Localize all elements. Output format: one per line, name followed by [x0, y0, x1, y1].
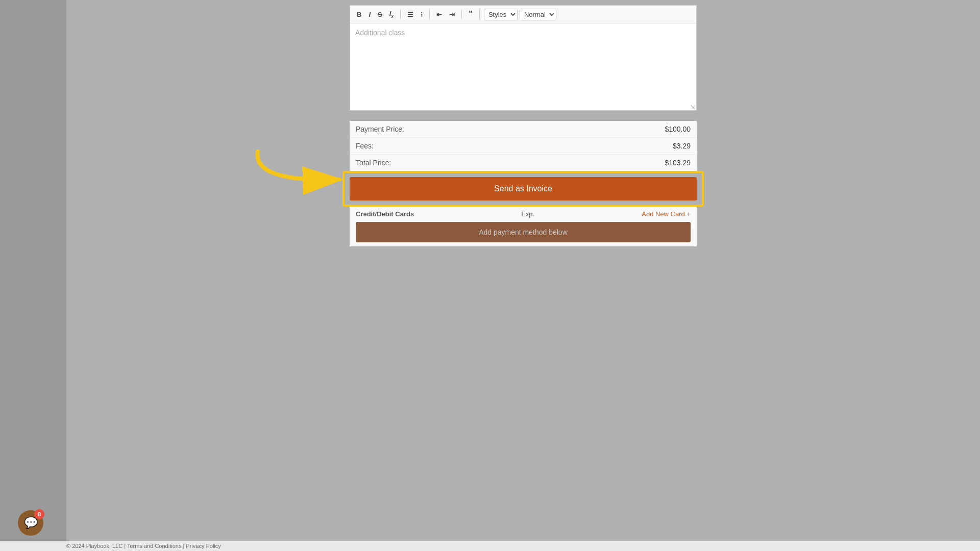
normal-select[interactable]: Normal	[520, 9, 556, 20]
fees-value: $3.29	[673, 142, 691, 150]
footer-text: © 2024 Playbook, LLC | Terms and Conditi…	[66, 543, 221, 549]
payment-price-value: $100.00	[665, 125, 691, 133]
resize-handle[interactable]: ⇲	[690, 104, 695, 109]
indent-right-button[interactable]: ⇥	[447, 9, 457, 20]
editor-body[interactable]: Additional class ⇲	[350, 23, 696, 110]
indent-left-button[interactable]: ⇤	[434, 9, 445, 20]
content-panel: B I S Ix ☰ ⁝ ⇤ ⇥ " Styles Normal	[350, 5, 697, 541]
total-price-value: $103.29	[665, 159, 691, 167]
sidebar	[0, 0, 66, 551]
add-new-card-link[interactable]: Add New Card +	[642, 210, 691, 218]
send-invoice-button[interactable]: Send as Invoice	[350, 177, 697, 201]
italic-button[interactable]: I	[366, 9, 373, 20]
toolbar-divider-2	[429, 10, 430, 19]
toolbar-divider-4	[479, 10, 480, 19]
chat-badge: 8	[34, 509, 44, 519]
editor-placeholder: Additional class	[355, 29, 405, 37]
blockquote-button[interactable]: "	[466, 8, 475, 20]
card-header: Credit/Debit Cards Exp. Add New Card +	[356, 210, 691, 218]
chat-widget[interactable]: 💬 8	[18, 510, 43, 536]
fees-label: Fees:	[356, 142, 374, 150]
payment-price-row: Payment Price: $100.00	[350, 121, 697, 138]
payment-price-label: Payment Price:	[356, 125, 404, 133]
fees-row: Fees: $3.29	[350, 138, 697, 155]
styles-select[interactable]: Styles	[484, 9, 518, 20]
editor-container: B I S Ix ☰ ⁝ ⇤ ⇥ " Styles Normal	[350, 5, 697, 111]
ordered-list-button[interactable]: ☰	[405, 9, 416, 20]
invoice-button-area: Send as Invoice	[350, 172, 697, 206]
toolbar-divider-3	[461, 10, 462, 19]
toolbar-divider-1	[400, 10, 401, 19]
strikethrough-button[interactable]: S	[375, 9, 385, 20]
payment-info: Payment Price: $100.00 Fees: $3.29 Total…	[350, 121, 697, 171]
italic-x-button[interactable]: Ix	[387, 8, 397, 20]
editor-toolbar: B I S Ix ☰ ⁝ ⇤ ⇥ " Styles Normal	[350, 6, 696, 23]
chat-icon: 💬	[24, 516, 38, 530]
footer: © 2024 Playbook, LLC | Terms and Conditi…	[0, 541, 980, 551]
card-section: Credit/Debit Cards Exp. Add New Card + A…	[350, 206, 697, 246]
total-price-label: Total Price:	[356, 159, 391, 167]
total-price-row: Total Price: $103.29	[350, 155, 697, 171]
exp-label: Exp.	[521, 210, 534, 218]
card-header-left: Credit/Debit Cards	[356, 210, 414, 218]
unordered-list-button[interactable]: ⁝	[418, 9, 425, 20]
add-payment-method-button[interactable]: Add payment method below	[356, 222, 691, 242]
main-content: B I S Ix ☰ ⁝ ⇤ ⇥ " Styles Normal	[66, 0, 980, 541]
bold-button[interactable]: B	[354, 9, 364, 20]
